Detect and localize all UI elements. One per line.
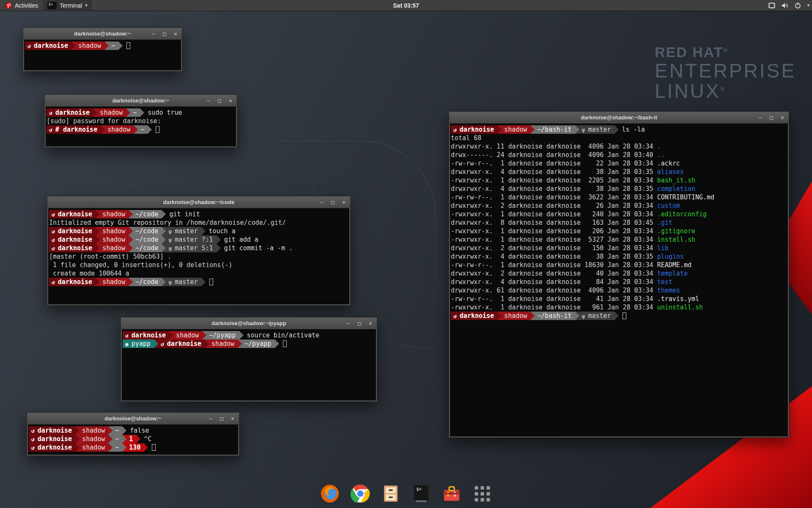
prompt-segment-host: shadow [97, 108, 126, 117]
powerline-separator-icon [126, 108, 130, 117]
window-titlebar[interactable]: darknoise@shadow:~–□✕ [23, 28, 182, 40]
dock-item-app-grid[interactable] [471, 483, 493, 505]
file-name: test [657, 278, 672, 286]
powerline-separator-icon [104, 41, 109, 50]
maximize-button[interactable]: □ [162, 30, 167, 37]
output-text: total 68 [451, 134, 481, 142]
powerline-separator-icon [122, 426, 126, 435]
clock[interactable]: Sat 03:57 [393, 2, 419, 9]
powerline-separator-icon [96, 235, 100, 244]
powerline-separator-icon [201, 278, 206, 286]
prompt-segment-user: ↺darknoise [451, 125, 497, 134]
prompt-segment-host: shadow [100, 278, 129, 286]
app-menu-button[interactable]: $> Terminal ▾ [43, 0, 91, 11]
maximize-button[interactable]: □ [219, 415, 225, 422]
powerline-separator-icon [217, 235, 221, 244]
powerline-separator-icon [136, 435, 140, 443]
app-grid-icon [472, 483, 492, 505]
terminal-cursor [156, 126, 159, 133]
window-titlebar[interactable]: darknoise@shadow:~–□✕ [45, 95, 237, 107]
prompt-segment-path: ~/code [133, 244, 162, 252]
powerline-separator-icon [108, 435, 112, 443]
file-name: completion [657, 185, 695, 193]
powerline-separator-icon [275, 340, 279, 348]
output-text: 1 file changed, 0 insertions(+), 0 delet… [49, 261, 232, 269]
powerline-separator-icon [144, 443, 148, 452]
maximize-button[interactable]: □ [330, 199, 336, 205]
minimize-button[interactable]: – [208, 415, 214, 422]
powerline-separator-icon [96, 244, 100, 252]
close-button[interactable]: ✕ [173, 30, 178, 37]
activities-button[interactable]: Activities [0, 0, 43, 11]
file-listing-fields: drwxrwxr-x. 8 darknoise darknoise 163 Ja… [451, 218, 657, 227]
close-button[interactable]: ✕ [368, 320, 373, 326]
file-listing-row: drwxrwxr-x. 4 darknoise darknoise 38 Jan… [451, 252, 788, 261]
dock-item-toolbox[interactable] [441, 483, 463, 505]
maximize-button[interactable]: □ [768, 114, 774, 121]
file-listing-fields: drwxrwxr-x. 4 darknoise darknoise 38 Jan… [451, 185, 657, 193]
terminal-content[interactable]: ↺darknoiseshadow~/pyappsource bin/activa… [121, 329, 377, 401]
minimize-button[interactable]: – [151, 30, 156, 37]
dock-item-terminal[interactable]: $> [410, 483, 432, 505]
powerline-separator-icon [530, 312, 535, 320]
close-button[interactable]: ✕ [228, 97, 233, 104]
window-title: darknoise@shadow:~/pyapp [121, 320, 377, 326]
file-listing-row: drwxrwxr-x. 2 darknoise darknoise 150 Ja… [451, 244, 788, 252]
powerline-separator-icon [239, 331, 244, 340]
maximize-button[interactable]: □ [217, 97, 222, 104]
file-listing-row: drwxrwxr-x. 4 darknoise darknoise 84 Jan… [451, 278, 788, 286]
terminal-content[interactable]: ↺darknoiseshadow~sudo true[sudo] passwor… [45, 107, 237, 147]
prompt-segment-git: ψmaster ?:1 [166, 235, 216, 244]
powerline-separator-icon [238, 340, 242, 348]
minimize-button[interactable]: – [319, 199, 325, 205]
close-button[interactable]: ✕ [779, 114, 785, 121]
minimize-button[interactable]: – [346, 320, 351, 326]
prompt-segment-user: ↺# darknoise [47, 125, 101, 134]
dock-item-firefox[interactable] [319, 483, 341, 505]
file-listing-row: -rw-rw-r--. 1 darknoise darknoise 22 Jan… [451, 159, 788, 168]
close-button[interactable]: ✕ [230, 415, 236, 422]
window-titlebar[interactable]: darknoise@shadow:~–□✕ [27, 413, 239, 425]
fedora-prompt-icon: ↺ [52, 237, 55, 243]
terminal-prompt-line: ↺darknoiseshadow~/pyappsource bin/activa… [123, 331, 376, 340]
file-listing-row: drwxrwxr-x. 61 darknoise darknoise 4096 … [451, 286, 788, 295]
fedora-prompt-icon: ↺ [31, 436, 35, 442]
dock-item-files[interactable] [380, 483, 402, 505]
minimize-button[interactable]: – [206, 97, 211, 104]
terminal-content[interactable]: ↺darknoiseshadow~ [23, 40, 182, 71]
terminal-output-line: total 68 [451, 134, 788, 142]
file-listing-fields: drwxrwxr-x. 2 darknoise darknoise 40 Jan… [451, 269, 657, 278]
prompt-segment-path: ~/code [133, 227, 162, 235]
prompt-segment-user: ↺darknoise [29, 443, 75, 452]
fedora-prompt-icon: ↺ [52, 279, 55, 285]
file-name: . [657, 142, 661, 151]
file-listing-fields: -rw-rw-r--. 1 darknoise darknoise 18630 … [451, 261, 657, 269]
prompt-segment-host: shadow [76, 41, 104, 50]
prompt-segment-user: ↺darknoise [451, 312, 497, 320]
fedora-prompt-icon: ↺ [52, 245, 55, 251]
powerline-separator-icon [140, 108, 144, 117]
prompt-segment-host: shadow [100, 210, 129, 218]
terminal-output-line: Initialized empty Git repository in /hom… [49, 218, 349, 227]
terminal-content[interactable]: ↺darknoiseshadow~/codegit initInitialize… [47, 208, 350, 305]
powerline-separator-icon [148, 125, 152, 134]
powerline-separator-icon [101, 125, 105, 134]
terminal-content[interactable]: ↺darknoiseshadow~/bash-itψmasterls -lato… [449, 124, 789, 437]
dock-item-chrome[interactable] [349, 483, 371, 505]
minimize-button[interactable]: – [757, 114, 763, 121]
maximize-button[interactable]: □ [357, 320, 362, 326]
prompt-segment-git: ψmaster [579, 312, 614, 320]
window-title: darknoise@shadow:~/code [47, 199, 350, 205]
terminal-content[interactable]: ↺darknoiseshadow~false↺darknoiseshadow~1… [27, 425, 239, 456]
file-listing-fields: -rwxrwxr-x. 1 darknoise darknoise 961 Ja… [451, 303, 657, 312]
file-name: CONTRIBUTING.md [657, 193, 714, 202]
window-controls: –□✕ [346, 320, 373, 326]
window-titlebar[interactable]: darknoise@shadow:~/pyapp–□✕ [121, 318, 377, 329]
close-button[interactable]: ✕ [341, 199, 347, 205]
prompt-segment-host: shadow [80, 426, 108, 435]
window-titlebar[interactable]: darknoise@shadow:~/bash-it–□✕ [449, 112, 789, 124]
system-status-area[interactable]: ▾ [768, 2, 809, 8]
window-titlebar[interactable]: darknoise@shadow:~/code–□✕ [47, 196, 350, 208]
terminal-prompt-line: ↺darknoiseshadow~/bash-itψmaster [451, 312, 788, 320]
prompt-segment-host: shadow [502, 125, 530, 134]
